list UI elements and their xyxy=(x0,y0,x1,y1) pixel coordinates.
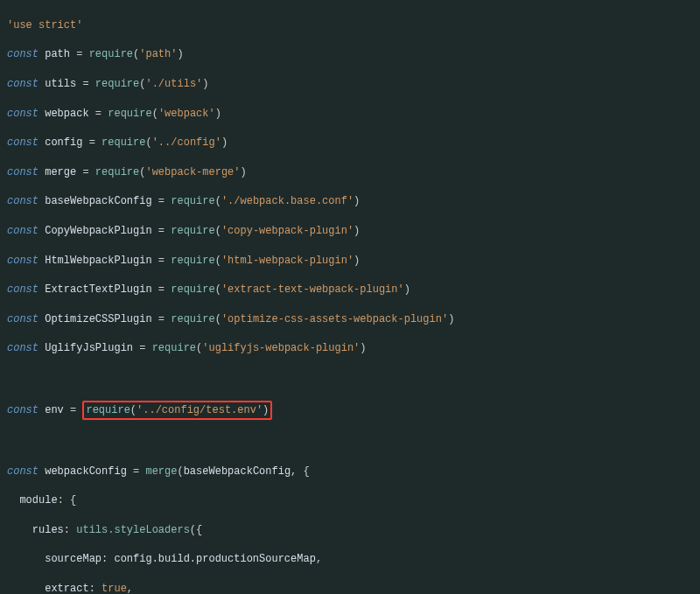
ident: path xyxy=(45,48,70,60)
code-editor[interactable]: 'use strict' const path = require('path'… xyxy=(0,0,700,594)
keyword: const xyxy=(7,48,38,60)
string: 'use strict' xyxy=(7,19,82,31)
highlighted-region: require('../config/test.env') xyxy=(82,401,272,421)
fn: require xyxy=(89,48,133,60)
